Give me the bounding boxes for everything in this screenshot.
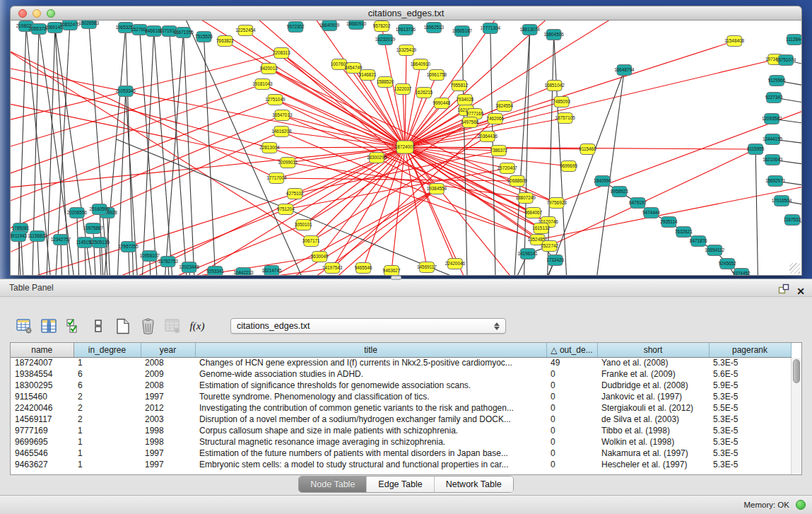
graph-node[interactable]: 12023448 [179, 262, 199, 273]
graph-edge[interactable] [245, 30, 405, 147]
graph-node[interactable]: 18640910 [411, 59, 431, 70]
table-row[interactable]: 2242004622012Investigating the contribut… [11, 402, 791, 414]
graph-node[interactable]: 9699695 [560, 161, 577, 172]
graph-node[interactable]: 8454749 [345, 63, 363, 74]
graph-node[interactable]: 12342757 [51, 235, 71, 245]
cell-name[interactable]: 14569117 [11, 414, 73, 425]
cell-year[interactable]: 2003 [141, 414, 195, 425]
graph-node[interactable]: 18813074 [520, 25, 541, 35]
graph-node[interactable]: 9293341 [206, 267, 224, 276]
graph-node[interactable]: 1112844 [786, 35, 801, 45]
graph-node[interactable]: 14197543 [322, 263, 343, 274]
graph-node[interactable]: 9684067 [524, 208, 542, 218]
graph-node[interactable]: 14196141 [518, 249, 539, 259]
table-row[interactable]: 1456911722003Disruption of a novel membe… [11, 414, 791, 425]
cell-out_degree[interactable]: 0 [546, 459, 597, 470]
cell-in_degree[interactable]: 1 [73, 459, 141, 470]
cell-short[interactable]: Stergiakouli et al. (2012) [597, 402, 709, 414]
graph-node[interactable]: 21053346 [116, 86, 136, 97]
graph-edge[interactable] [170, 31, 189, 275]
graph-node[interactable]: 10832470 [60, 21, 81, 30]
cell-short[interactable]: Franke et al. (2009) [597, 368, 709, 380]
graph-node[interactable]: 9572302 [287, 22, 305, 33]
cell-out_degree[interactable]: 0 [546, 425, 597, 436]
graph-node[interactable]: 17957255 [119, 242, 139, 252]
graph-node[interactable]: 8958923 [611, 187, 628, 197]
close-panel-icon[interactable]: ✕ [796, 286, 805, 297]
cell-out_degree[interactable]: 49 [546, 357, 597, 368]
new-table-icon[interactable] [114, 317, 131, 334]
attribute-table[interactable]: namein_degreeyeartitle△ out_de...shortpa… [11, 343, 792, 470]
graph-node[interactable]: 9227343 [765, 93, 783, 103]
graph-node[interactable]: 7462066 [486, 114, 504, 124]
minimize-window-icon[interactable] [33, 9, 41, 18]
cell-name[interactable]: 9115460 [11, 391, 73, 402]
graph-edge[interactable] [11, 100, 275, 211]
graph-node[interactable]: 6479197 [629, 198, 647, 209]
graph-node[interactable]: 16961758 [427, 70, 447, 81]
cell-in_degree[interactable]: 2 [73, 402, 141, 414]
graph-node[interactable]: 20364436 [478, 132, 498, 142]
graph-edge[interactable] [141, 31, 154, 275]
cell-out_degree[interactable]: 0 [546, 436, 597, 448]
table-row[interactable]: 977716911998Corpus callosum shape and si… [11, 425, 791, 436]
graph-node[interactable]: 18757105 [555, 113, 575, 124]
graph-edge[interactable] [755, 149, 758, 275]
graph-node[interactable]: 9578202 [373, 21, 391, 32]
graph-node[interactable]: 19181043 [252, 79, 273, 90]
graph-edge[interactable] [37, 236, 40, 275]
graph-node[interactable]: 16648794 [614, 65, 635, 76]
graph-node[interactable]: 18214745 [261, 266, 282, 276]
graph-node[interactable]: 8420013 [260, 64, 278, 74]
cell-title[interactable]: Estimation of significance thresholds fo… [195, 380, 546, 391]
cell-title[interactable]: Genome-wide association studies in ADHD. [195, 368, 546, 380]
graph-node[interactable]: 6497568 [461, 117, 478, 128]
table-settings-icon[interactable] [16, 317, 33, 334]
graph-node[interactable]: 9990448 [433, 98, 451, 109]
graph-node[interactable]: 1322037 [394, 84, 412, 95]
cell-short[interactable]: de Silva et al. (2003) [597, 414, 709, 425]
graph-edge[interactable] [93, 228, 97, 275]
graph-node[interactable]: 10099011 [278, 158, 298, 168]
network-window[interactable]: citations_edges.txt 21980264205537242069… [10, 6, 802, 276]
graph-node[interactable]: 7955812 [450, 81, 468, 91]
graph-node[interactable]: 16026583 [79, 21, 100, 29]
graph-node[interactable]: 1167533 [784, 215, 801, 226]
graph-node[interactable]: 79756928 [546, 198, 567, 209]
cell-name[interactable]: 9465546 [11, 448, 73, 459]
graph-node[interactable]: 15720407 [498, 163, 518, 174]
cell-title[interactable]: Disruption of a novel member of a sodium… [195, 414, 546, 425]
cell-name[interactable]: 19384554 [11, 368, 73, 380]
graph-edge[interactable] [269, 147, 405, 148]
graph-edge[interactable] [405, 21, 631, 147]
column-header-name[interactable]: name [11, 343, 73, 357]
cell-name[interactable]: 9463627 [11, 459, 73, 470]
table-row[interactable]: 911546021997Tourette syndrome. Phenomeno… [11, 391, 791, 402]
cell-in_degree[interactable]: 1 [73, 425, 141, 436]
graph-node[interactable]: 12751049 [265, 95, 286, 105]
graph-node[interactable]: 16962513 [424, 23, 445, 33]
cell-out_degree[interactable]: 0 [546, 414, 597, 425]
window-resize-grip[interactable] [789, 263, 800, 274]
graph-edge[interactable] [554, 35, 568, 275]
select-rows-icon[interactable] [65, 317, 82, 334]
graph-node[interactable]: 7515526 [195, 32, 213, 42]
cell-in_degree[interactable]: 6 [73, 368, 141, 380]
cell-pagerank[interactable]: 5.3E-5 [709, 357, 791, 368]
cell-pagerank[interactable]: 5.3E-5 [709, 414, 791, 425]
column-header-in_degree[interactable]: in_degree [73, 343, 141, 357]
graph-node[interactable]: 18724007 [395, 141, 416, 153]
graph-node[interactable]: 9463627 [383, 266, 401, 276]
panel-resize-handle[interactable] [391, 276, 401, 280]
table-scrollbar[interactable] [791, 358, 801, 474]
cell-in_degree[interactable]: 6 [73, 380, 141, 391]
graph-edge[interactable] [594, 70, 625, 275]
graph-node[interactable]: 9146821 [359, 70, 377, 81]
graph-node[interactable]: 10688609 [507, 176, 528, 187]
column-header-title[interactable]: title [195, 343, 546, 357]
cell-year[interactable]: 1997 [141, 459, 195, 470]
graph-node[interactable]: 8115955 [747, 144, 765, 155]
graph-edge[interactable] [405, 41, 734, 147]
graph-edge[interactable] [281, 132, 549, 246]
cell-in_degree[interactable]: 2 [73, 391, 141, 402]
